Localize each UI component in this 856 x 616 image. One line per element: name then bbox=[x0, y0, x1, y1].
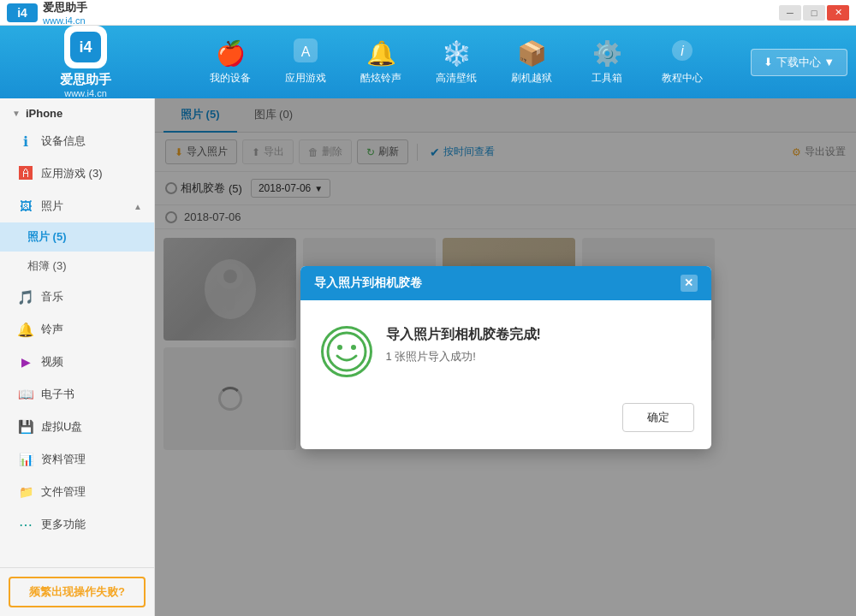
nav-toolbox[interactable]: ⚙️ 工具箱 bbox=[569, 30, 645, 94]
logo-char: i4 bbox=[17, 6, 27, 20]
photos-collapse-icon: ▲ bbox=[134, 202, 142, 211]
nav-tutorial[interactable]: i 教程中心 bbox=[645, 30, 720, 94]
brand-name: 爱思助手 bbox=[60, 72, 111, 88]
gear-icon: ⚙️ bbox=[592, 39, 622, 68]
download-button[interactable]: ⬇ 下载中心 ▼ bbox=[751, 49, 847, 76]
data-icon: 📊 bbox=[17, 451, 34, 468]
modal-close-button[interactable]: ✕ bbox=[681, 275, 698, 292]
message-area: 导入照片到相机胶卷完成! 1 张照片导入成功! bbox=[386, 326, 691, 364]
trouble-button[interactable]: 频繁出现操作失败? bbox=[9, 577, 146, 607]
device-info-icon: ℹ bbox=[17, 133, 34, 150]
apple-icon: 🍎 bbox=[216, 39, 246, 68]
sidebar-item-video[interactable]: ▶ 视频 bbox=[0, 346, 154, 378]
nav-app-game[interactable]: A 应用游戏 bbox=[268, 30, 343, 94]
video-label: 视频 bbox=[41, 354, 63, 370]
nav-tut-label: 教程中心 bbox=[662, 71, 703, 86]
logo-icon: i4 bbox=[7, 3, 38, 22]
device-name: iPhone bbox=[26, 107, 62, 120]
app-name: 爱思助手 bbox=[43, 0, 87, 15]
ring-icon: 🔔 bbox=[17, 321, 34, 338]
file-label: 文件管理 bbox=[41, 484, 86, 500]
nav-device-label: 我的设备 bbox=[210, 71, 251, 86]
nav-items: 🍎 我的设备 A 应用游戏 🔔 酷炫铃声 ❄️ 高清壁纸 📦 刷机越狱 ⚙️ 工… bbox=[163, 30, 751, 94]
photos-sub-label: 照片 (5) bbox=[27, 229, 67, 245]
download-icon: ⬇ bbox=[764, 56, 773, 68]
svg-text:i: i bbox=[681, 44, 684, 58]
svg-point-13 bbox=[351, 345, 356, 350]
svg-text:A: A bbox=[301, 44, 311, 59]
sidebar-device-header[interactable]: ▼ iPhone bbox=[0, 98, 154, 125]
nav-my-device[interactable]: 🍎 我的设备 bbox=[193, 30, 268, 94]
modal-success-message: 导入照片到相机胶卷完成! bbox=[386, 326, 691, 344]
maximize-button[interactable]: □ bbox=[803, 5, 825, 21]
sidebar-item-file-mgmt[interactable]: 📁 文件管理 bbox=[0, 476, 154, 508]
data-label: 资料管理 bbox=[41, 452, 86, 467]
sidebar-item-ringtone[interactable]: 🔔 铃声 bbox=[0, 313, 154, 346]
svg-point-11 bbox=[328, 333, 366, 370]
ringtone-label: 铃声 bbox=[41, 322, 63, 337]
window-controls: ─ □ ✕ bbox=[779, 5, 849, 21]
success-icon bbox=[321, 326, 372, 377]
collapse-arrow-icon: ▼ bbox=[12, 109, 21, 118]
nav-tool-label: 工具箱 bbox=[591, 71, 622, 86]
brand-url: www.i4.cn bbox=[64, 88, 107, 98]
music-icon: 🎵 bbox=[17, 288, 34, 305]
snowflake-icon: ❄️ bbox=[442, 39, 472, 68]
photos-icon: 🖼 bbox=[17, 198, 34, 215]
confirm-button[interactable]: 确定 bbox=[622, 403, 694, 432]
brand-logo: i4 bbox=[64, 26, 107, 68]
brand-inner: i4 bbox=[70, 32, 101, 62]
box-icon: 📦 bbox=[517, 39, 547, 68]
modal-title: 导入照片到相机胶卷 bbox=[314, 275, 422, 291]
nav-wallpaper[interactable]: ❄️ 高清壁纸 bbox=[419, 30, 494, 94]
file-icon: 📁 bbox=[17, 483, 34, 500]
albums-sub-label: 相簿 (3) bbox=[27, 258, 67, 274]
device-info-label: 设备信息 bbox=[41, 133, 86, 149]
ebook-icon: 📖 bbox=[17, 386, 34, 403]
sidebar-item-more[interactable]: ⋯ 更多功能 bbox=[0, 508, 154, 541]
modal-footer: 确定 bbox=[300, 394, 711, 449]
modal-dialog: 导入照片到相机胶卷 ✕ 导入照片到相机胶卷完成! 1 张照 bbox=[300, 266, 711, 449]
nav-ringtone[interactable]: 🔔 酷炫铃声 bbox=[343, 30, 419, 94]
sidebar-subitem-albums[interactable]: 相簿 (3) bbox=[0, 252, 154, 281]
logo-area: i4 爱思助手 www.i4.cn bbox=[7, 0, 87, 26]
sidebar-item-photos[interactable]: 🖼 照片 ▲ bbox=[0, 190, 154, 222]
nav-jail-label: 刷机越狱 bbox=[511, 71, 552, 86]
modal-body: 导入照片到相机胶卷完成! 1 张照片导入成功! bbox=[300, 300, 711, 394]
music-label: 音乐 bbox=[41, 289, 63, 305]
udisk-label: 虚拟U盘 bbox=[41, 419, 82, 435]
content-area: 照片 (5) 图库 (0) ⬇ 导入照片 ⬆ 导出 🗑 删除 ↻ 刷新 bbox=[155, 98, 856, 616]
top-nav: i4 爱思助手 www.i4.cn 🍎 我的设备 A 应用游戏 🔔 酷炫铃声 ❄… bbox=[0, 26, 856, 98]
video-icon: ▶ bbox=[17, 353, 34, 370]
apps-icon: 🅰 bbox=[17, 165, 34, 182]
sidebar-item-ebook[interactable]: 📖 电子书 bbox=[0, 378, 154, 411]
minimize-button[interactable]: ─ bbox=[779, 5, 801, 21]
main-layout: ▼ iPhone ℹ 设备信息 🅰 应用游戏 (3) 🖼 照片 ▲ 照片 (5)… bbox=[0, 98, 856, 616]
app-url: www.i4.cn bbox=[43, 15, 87, 26]
title-bar: i4 爱思助手 www.i4.cn ─ □ ✕ bbox=[0, 0, 856, 26]
modal-header: 导入照片到相机胶卷 ✕ bbox=[300, 266, 711, 300]
sidebar-item-data-mgmt[interactable]: 📊 资料管理 bbox=[0, 443, 154, 476]
nav-jailbreak[interactable]: 📦 刷机越狱 bbox=[494, 30, 569, 94]
logo-text-area: 爱思助手 www.i4.cn bbox=[43, 0, 87, 26]
more-label: 更多功能 bbox=[41, 517, 86, 532]
nav-wall-label: 高清壁纸 bbox=[436, 71, 477, 86]
bell-icon: 🔔 bbox=[366, 39, 396, 68]
sidebar-bottom: 频繁出现操作失败? bbox=[0, 567, 154, 616]
more-icon: ⋯ bbox=[17, 516, 34, 533]
close-button[interactable]: ✕ bbox=[827, 5, 849, 21]
sidebar-item-music[interactable]: 🎵 音乐 bbox=[0, 281, 154, 313]
sidebar-item-device-info[interactable]: ℹ 设备信息 bbox=[0, 125, 154, 157]
modal-sub-message: 1 张照片导入成功! bbox=[386, 349, 691, 364]
photos-label: 照片 bbox=[41, 198, 127, 214]
smiley-face bbox=[325, 330, 368, 373]
sidebar-item-apps[interactable]: 🅰 应用游戏 (3) bbox=[0, 157, 154, 190]
download-label: 下载中心 ▼ bbox=[776, 55, 835, 70]
apps-label: 应用游戏 (3) bbox=[41, 166, 103, 181]
nav-ring-label: 酷炫铃声 bbox=[360, 71, 401, 86]
info-icon: i bbox=[670, 38, 694, 68]
nav-app-label: 应用游戏 bbox=[285, 71, 326, 86]
udisk-icon: 💾 bbox=[17, 418, 34, 435]
sidebar-item-udisk[interactable]: 💾 虚拟U盘 bbox=[0, 411, 154, 443]
sidebar-subitem-photos[interactable]: 照片 (5) bbox=[0, 222, 154, 252]
